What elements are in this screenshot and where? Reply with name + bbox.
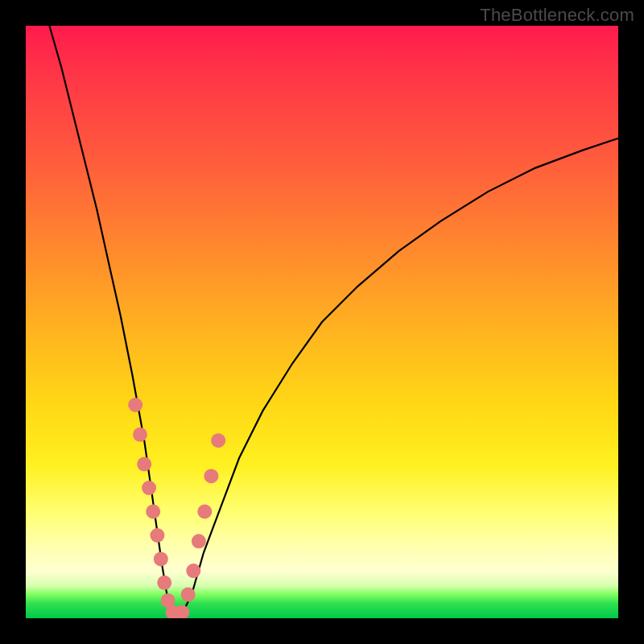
highlight-marker: [211, 433, 225, 448]
highlight-marker: [157, 576, 171, 590]
bottleneck-curve: [49, 26, 618, 618]
highlight-marker: [146, 505, 160, 519]
highlight-marker: [192, 534, 206, 548]
highlight-marker: [154, 551, 168, 566]
plot-area: [26, 26, 618, 618]
highlight-marker: [128, 398, 142, 412]
highlight-marker: [133, 427, 147, 442]
curve-layer: [26, 26, 618, 618]
highlight-marker: [181, 588, 196, 602]
highlight-marker: [204, 469, 218, 483]
highlight-marker: [142, 481, 156, 495]
highlight-markers: [128, 398, 225, 618]
highlight-marker: [197, 505, 212, 519]
highlight-marker: [150, 528, 164, 543]
highlight-marker: [186, 564, 200, 578]
chart-frame: TheBottleneck.com: [0, 0, 644, 644]
highlight-marker: [137, 457, 151, 472]
watermark-text: TheBottleneck.com: [480, 5, 634, 26]
